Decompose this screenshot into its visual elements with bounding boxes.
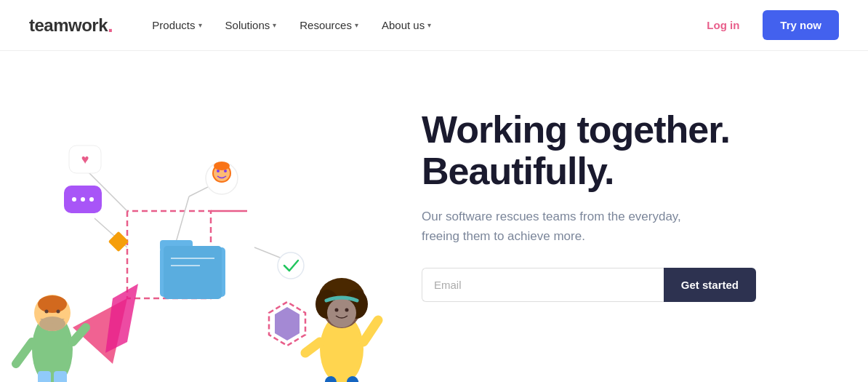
svg-marker-22 <box>105 284 138 353</box>
svg-point-28 <box>57 310 60 314</box>
nav-item-resources[interactable]: Resources ▾ <box>289 13 369 37</box>
nav-item-products[interactable]: Products ▾ <box>142 13 212 37</box>
nav-item-solutions[interactable]: Solutions ▾ <box>215 13 287 37</box>
get-started-button[interactable]: Get started <box>664 268 756 302</box>
svg-point-10 <box>89 197 94 202</box>
chevron-down-icon: ▾ <box>427 21 431 29</box>
svg-point-42 <box>345 309 349 312</box>
chevron-down-icon: ▾ <box>273 21 276 29</box>
svg-rect-31 <box>38 371 51 382</box>
hero-illustration: ♥ <box>0 51 393 382</box>
svg-line-44 <box>363 320 378 342</box>
hero-subtitle: Our software rescues teams from the ever… <box>422 207 698 246</box>
login-button[interactable]: Log in <box>695 13 751 37</box>
nav-label-solutions: Solutions <box>225 19 270 31</box>
logo-dot: . <box>108 14 113 37</box>
svg-rect-32 <box>54 371 67 382</box>
nav-label-resources: Resources <box>300 19 352 31</box>
chevron-down-icon: ▾ <box>355 21 358 29</box>
logo-text: teamwork <box>29 15 108 36</box>
svg-point-8 <box>72 197 76 202</box>
logo[interactable]: teamwork. <box>29 14 113 37</box>
svg-text:♥: ♥ <box>81 152 89 167</box>
svg-rect-2 <box>164 246 222 299</box>
navbar: teamwork. Products ▾ Solutions ▾ Resourc… <box>0 0 868 51</box>
nav-links: Products ▾ Solutions ▾ Resources ▾ About… <box>142 13 695 37</box>
svg-rect-11 <box>108 231 129 252</box>
hero-form: Get started <box>422 268 756 302</box>
nav-label-about: About us <box>382 19 425 31</box>
try-now-button[interactable]: Try now <box>763 10 839 40</box>
svg-point-18 <box>278 252 304 279</box>
nav-item-about[interactable]: About us ▾ <box>371 13 441 37</box>
svg-point-40 <box>327 298 356 327</box>
svg-point-9 <box>81 197 85 202</box>
svg-point-17 <box>214 162 230 170</box>
svg-line-30 <box>73 327 86 342</box>
hero-section: ♥ <box>0 51 868 382</box>
nav-actions: Log in Try now <box>695 10 839 40</box>
hero-content: Working together. Beautifully. Our softw… <box>393 109 868 325</box>
svg-point-41 <box>335 309 339 312</box>
hero-title: Working together. Beautifully. <box>422 109 824 192</box>
svg-line-29 <box>16 342 32 364</box>
chevron-down-icon: ▾ <box>198 21 202 29</box>
hero-title-line1: Working together. <box>422 108 730 151</box>
email-input[interactable] <box>422 268 664 302</box>
nav-label-products: Products <box>152 19 195 31</box>
svg-point-27 <box>45 310 49 314</box>
svg-point-25 <box>38 295 67 313</box>
svg-line-43 <box>305 342 320 353</box>
hero-title-line2: Beautifully. <box>422 150 614 192</box>
svg-marker-20 <box>275 307 300 341</box>
